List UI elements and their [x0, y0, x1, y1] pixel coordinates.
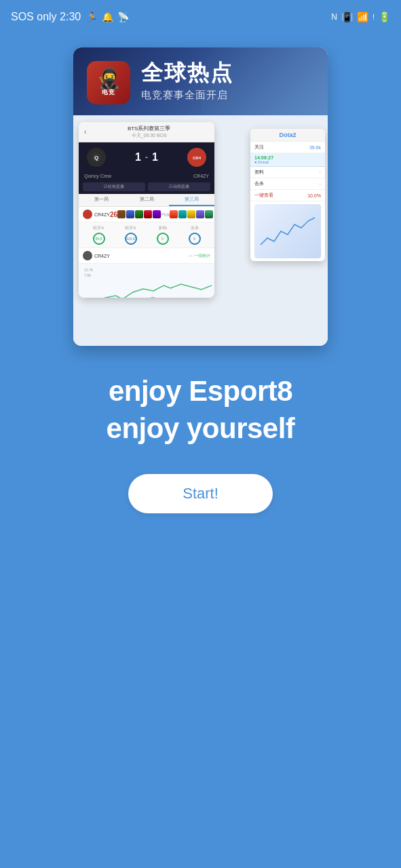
pick-logo-1	[83, 210, 92, 219]
team2-logo: CR4	[187, 148, 206, 167]
round-tab-3[interactable]: 第三局	[169, 194, 214, 206]
tagline: enjoy Esport8 enjoy yourself	[14, 373, 387, 447]
app-banner: 🥷 电竞 全球热点 电竞赛事全面开启 ‹ BTS系列赛第三季 今天_06:30 …	[73, 47, 328, 346]
screen-header: ‹ BTS系列赛第三季 今天_06:30 BOS	[79, 122, 214, 142]
start-button[interactable]: Start!	[128, 474, 273, 513]
bell-icon: 🔔	[102, 12, 113, 22]
match-score-row: Q 1 - 1 CR4	[79, 142, 214, 172]
nfc-icon: N	[331, 12, 337, 22]
pick-name-2: CR4ZY	[94, 254, 110, 258]
stat-item-2: 经济K 122.6	[125, 225, 137, 245]
stat-item-3: 影响 0	[157, 225, 169, 245]
svg-text:Q: Q	[94, 155, 98, 161]
pick-name-1: CR4ZY	[94, 212, 110, 217]
right-mini-chart	[257, 211, 318, 252]
tagline-line2: enjoy yourself	[14, 410, 387, 448]
screen-header-title: BTS系列赛第三季 今天_06:30 BOS	[89, 125, 209, 139]
banner-title-block: 全球热点 电竞赛事全面开启	[141, 61, 233, 102]
follow-label: 关注	[254, 144, 264, 151]
banner-title-cn: 全球热点	[141, 61, 233, 85]
round-tab-1[interactable]: 第一局	[79, 194, 124, 206]
pick-score-1: 26	[110, 211, 117, 218]
runner-icon: 🏃	[86, 12, 98, 22]
status-left: SOS only 2:30 🏃 🔔 📡	[11, 11, 129, 23]
stat-ring-2: 122.6	[125, 233, 137, 245]
battery-icon: 🔋	[379, 12, 390, 22]
banner-screens: ‹ BTS系列赛第三季 今天_06:30 BOS Q 1	[73, 115, 328, 346]
round-tab-2[interactable]: 第二局	[124, 194, 170, 206]
pick-row-2: CR4ZY — 一综统计	[79, 248, 214, 264]
action-buttons: ☑ 松弛直播 ☑ 动画直播	[79, 180, 214, 194]
app-icon: 🥷 电竞	[87, 61, 130, 104]
app-icon-subtext: 电竞	[102, 88, 115, 97]
watch-live-btn[interactable]: ☑ 松弛直播	[83, 182, 145, 191]
right-panel-row-3: 一键查看 10.0%	[250, 190, 325, 201]
hero-icons-2	[170, 210, 213, 218]
follow-count: 39.6k	[309, 145, 321, 150]
pick-row-1: CR4ZY 26 Pick	[79, 207, 214, 222]
stat-item-4: 击杀 0	[189, 225, 201, 245]
right-panel-header: Dota2	[250, 129, 325, 142]
chart-area: 12.7K 7.8K	[79, 264, 214, 298]
score1: 1	[135, 151, 141, 163]
stat-item-1: 经济K 84.9	[93, 225, 105, 245]
wifi-icon: 📶	[357, 12, 368, 22]
pick-logo-2	[83, 251, 92, 260]
time-display: 14:08:27	[254, 155, 321, 160]
score2: 1	[152, 151, 158, 163]
view-more-label: 一键查看	[254, 192, 273, 199]
right-panel-follow-row: 关注 39.6k	[250, 142, 325, 153]
animate-live-btn[interactable]: ☑ 动画直播	[148, 182, 210, 191]
chart-svg	[81, 279, 212, 298]
stat-ring-3: 0	[157, 233, 169, 245]
score-display: 1 - 1	[135, 151, 158, 163]
chevron-icon-2: ›	[319, 181, 321, 187]
cast-icon: 📡	[117, 12, 129, 22]
right-panel-row-1: 资料 ›	[250, 167, 325, 178]
banner-subtitle-cn: 电竞赛事全面开启	[141, 89, 233, 102]
team2-name: CR4ZY	[193, 174, 209, 178]
main-content: enjoy Esport8 enjoy yourself Start!	[0, 346, 401, 554]
app-icon-figure: 🥷	[97, 69, 121, 88]
status-time: SOS only 2:30	[11, 11, 81, 23]
pick-label: Pick	[161, 212, 170, 217]
view-more-value: 10.0%	[307, 193, 321, 198]
chevron-icon: ›	[319, 170, 321, 176]
stat-ring-4: 0	[189, 233, 201, 245]
dota2-icon-small: ● Dota2	[254, 160, 321, 164]
pick-team-1: CR4ZY	[83, 210, 110, 219]
trend-indicator: — 一综统计	[189, 253, 210, 259]
status-bar: SOS only 2:30 🏃 🔔 📡 N 📳 📶 ! 🔋	[0, 0, 401, 34]
screen-match-panel: ‹ BTS系列赛第三季 今天_06:30 BOS Q 1	[79, 122, 214, 298]
dota2-label: Dota2	[254, 132, 321, 138]
score-dash: -	[145, 153, 148, 162]
team-names-row: Quincy Crew CR4ZY	[79, 172, 214, 180]
team1-name: Quincy Crew	[84, 174, 111, 178]
stats-row: 经济K 84.9 经济K 122.6 影响 0	[79, 222, 214, 248]
hero-icons-1	[117, 210, 161, 218]
right-panel-row-2: 击杀 ›	[250, 178, 325, 190]
right-spacer	[250, 201, 325, 261]
time-row: 14:08:27 ● Dota2	[250, 153, 325, 167]
right-chart-placeholder	[254, 204, 321, 258]
round-tabs: 第一局 第二局 第三局	[79, 194, 214, 207]
team1-logo: Q	[87, 148, 106, 167]
signal-icon: !	[373, 13, 375, 21]
status-icons-left: 🏃 🔔 📡	[86, 12, 129, 22]
svg-text:CR4: CR4	[193, 156, 202, 160]
status-icons-right: N 📳 📶 ! 🔋	[331, 12, 390, 22]
vibrate-icon: 📳	[341, 12, 353, 22]
banner-top: 🥷 电竞 全球热点 电竞赛事全面开启	[73, 47, 328, 115]
tagline-line1: enjoy Esport8	[14, 373, 387, 410]
stat-ring-1: 84.9	[93, 233, 105, 245]
screen-right-panel: Dota2 关注 39.6k 14:08:27 ● Dota2 资料 › 击杀 …	[250, 129, 325, 261]
chart-labels: 12.7K 7.8K	[81, 267, 212, 279]
back-arrow-icon: ‹	[84, 128, 86, 136]
